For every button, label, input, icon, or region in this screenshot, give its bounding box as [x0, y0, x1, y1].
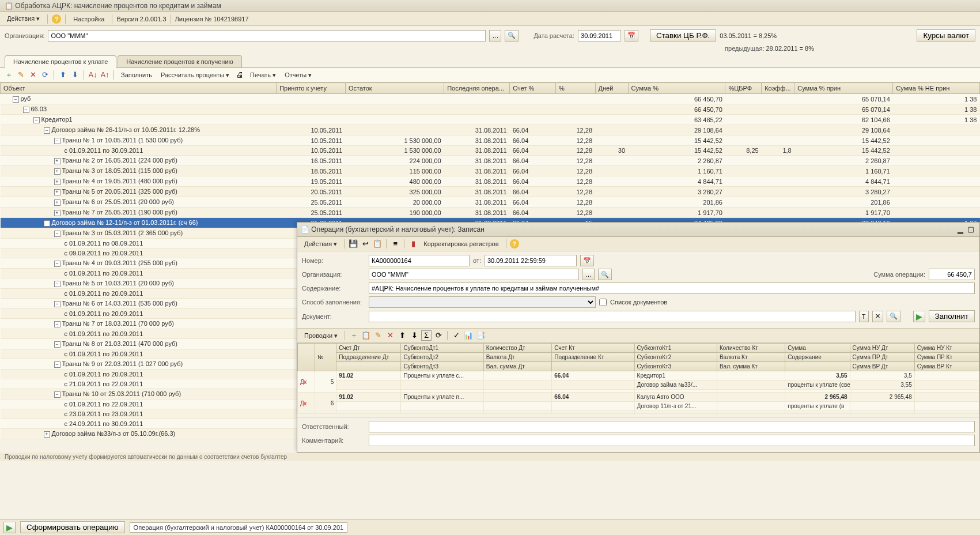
table-row[interactable]: +Транш № 6 от 25.05.2011 (20 000 руб) 25… — [1, 197, 980, 208]
entry-row[interactable]: Дк5 91.02Проценты к уплате с...66.04Кред… — [298, 371, 979, 380]
entry-tool2[interactable]: 📑 — [475, 330, 486, 341]
ov-red-icon[interactable]: ▮ — [408, 239, 418, 249]
col-acct[interactable]: Счет % — [510, 83, 556, 94]
ov-help-icon[interactable]: ? — [510, 239, 519, 248]
doc-search-button[interactable]: 🔍 — [887, 311, 900, 322]
col-object[interactable]: Объект — [1, 83, 277, 94]
maximize-button[interactable]: ▢ — [966, 224, 976, 235]
entry-row[interactable]: Дк6 91.02Проценты к уплате п...66.04Калу… — [298, 393, 979, 402]
tree-toggle[interactable]: − — [54, 138, 60, 144]
col-pct[interactable]: % — [556, 83, 595, 94]
tree-toggle[interactable]: − — [54, 391, 60, 398]
opsum-input[interactable] — [929, 269, 975, 280]
delete-button[interactable]: ✕ — [28, 70, 38, 80]
tree-toggle[interactable]: − — [54, 361, 60, 368]
tree-toggle[interactable]: + — [44, 431, 50, 438]
entry-row[interactable] — [298, 411, 979, 414]
entry-delete[interactable]: ✕ — [385, 330, 395, 341]
col-neprin[interactable]: Сумма % НЕ прин — [893, 83, 980, 94]
entry-add[interactable]: ＋ — [349, 330, 359, 341]
table-row[interactable]: +Транш № 4 от 19.05.2011 (480 000 руб) 1… — [1, 176, 980, 187]
tree-toggle[interactable]: + — [54, 210, 60, 216]
listdocs-checkbox[interactable] — [599, 299, 607, 306]
tree-toggle[interactable]: + — [54, 179, 60, 185]
sort-desc-button[interactable]: A↑ — [100, 70, 110, 80]
table-row[interactable]: −руб 66 450,70 65 070,141 38 — [1, 94, 980, 104]
edit-button[interactable]: ✎ — [16, 70, 26, 80]
table-row[interactable]: −Кредитор1 63 485,22 62 104,661 38 — [1, 115, 980, 125]
print-icon[interactable]: 🖨 — [234, 70, 245, 80]
tree-toggle[interactable]: − — [23, 107, 29, 113]
tree-toggle[interactable]: − — [44, 220, 50, 227]
actions-menu[interactable]: Действия ▾ — [3, 14, 43, 24]
table-row[interactable]: +Транш № 2 от 16.05.2011 (224 000 руб) 1… — [1, 156, 980, 166]
tree-toggle[interactable]: − — [54, 301, 60, 307]
entry-row[interactable]: Договор займа №33/... проценты к уплате … — [298, 380, 979, 390]
col-lastop[interactable]: Последняя опера... — [444, 83, 510, 94]
date-input[interactable] — [578, 30, 621, 42]
table-row[interactable]: +Транш № 7 от 25.05.2011 (190 000 руб) 2… — [1, 208, 980, 218]
ov-org-select[interactable]: … — [582, 269, 595, 280]
tree-toggle[interactable]: − — [54, 341, 60, 348]
col-days[interactable]: Дней — [595, 83, 628, 94]
num-input[interactable] — [369, 255, 470, 266]
settings-menu[interactable]: Настройка — [70, 14, 108, 24]
table-row[interactable]: −Транш № 1 от 10.05.2011 (1 530 000 руб)… — [1, 135, 980, 146]
fill-button[interactable]: Заполнить — [118, 70, 156, 80]
col-cbrf[interactable]: %ЦБРФ — [725, 83, 762, 94]
ov-corr-button[interactable]: Корректировка регистров — [420, 239, 502, 248]
tree-toggle[interactable]: − — [33, 117, 40, 123]
tree-toggle[interactable]: + — [54, 189, 60, 195]
col-sum[interactable]: Сумма % — [628, 83, 725, 94]
entries-grid[interactable]: № Счет ДтСубконтоДт1Количество Дт Счет К… — [297, 343, 979, 414]
from-date-picker[interactable]: 📅 — [580, 255, 594, 266]
move-up-button[interactable]: ⬆ — [58, 70, 68, 80]
tree-toggle[interactable]: − — [13, 96, 19, 103]
reports-menu[interactable]: Отчеты ▾ — [281, 70, 315, 80]
org-input[interactable] — [48, 30, 486, 42]
minimize-button[interactable]: ▁ — [955, 224, 966, 235]
cbrf-rates-button[interactable]: Ставки ЦБ Р.Ф. — [650, 29, 716, 42]
tree-toggle[interactable]: − — [54, 321, 60, 327]
col-coef[interactable]: Коэфф... — [762, 83, 794, 94]
table-row[interactable]: с 01.09.2011 по 30.09.2011 10.05.20111 5… — [1, 146, 980, 156]
entry-edit[interactable]: ✎ — [373, 330, 383, 341]
comm-input[interactable] — [369, 435, 975, 446]
desc-input[interactable] — [369, 282, 975, 294]
entry-up[interactable]: ⬆ — [397, 330, 407, 341]
tree-toggle[interactable]: + — [54, 199, 60, 206]
date-picker-button[interactable]: 📅 — [625, 30, 638, 42]
entry-row[interactable]: Договор 11/п-з от 21... проценты к уплат… — [298, 402, 979, 411]
from-input[interactable] — [485, 255, 577, 266]
ov-org-search[interactable]: 🔍 — [598, 269, 612, 280]
tree-toggle[interactable]: − — [54, 281, 60, 287]
table-row[interactable]: −Договор займа № 26-11/п-з от 10.05.2011… — [1, 125, 980, 135]
ov-save-button[interactable]: 💾 — [348, 239, 358, 249]
fill-select[interactable] — [369, 296, 596, 308]
col-balance[interactable]: Остаток — [345, 83, 444, 94]
tree-toggle[interactable]: + — [54, 168, 60, 175]
print-menu[interactable]: Печать ▾ — [247, 70, 279, 80]
org-clear-button[interactable]: … — [489, 30, 501, 42]
calc-button[interactable]: Рассчитать проценты ▾ — [157, 70, 233, 80]
table-row[interactable]: +Транш № 3 от 18.05.2011 (115 000 руб) 1… — [1, 166, 980, 176]
resp-input[interactable] — [369, 421, 975, 432]
entry-check[interactable]: ✓ — [451, 330, 461, 341]
fill-run-button[interactable]: ▶ — [913, 311, 925, 322]
move-down-button[interactable]: ⬇ — [70, 70, 80, 80]
tab-receivable[interactable]: Начисление процентов к получению — [118, 55, 242, 67]
tree-toggle[interactable]: − — [44, 127, 50, 134]
entry-refresh[interactable]: ⟳ — [433, 330, 444, 341]
table-row[interactable]: +Транш № 5 от 20.05.2011 (325 000 руб) 2… — [1, 187, 980, 197]
entry-sum[interactable]: Σ — [421, 330, 432, 341]
ov-list-button[interactable]: ≡ — [390, 239, 400, 249]
doc-x-button[interactable]: ✕ — [872, 311, 883, 322]
ov-copy-button[interactable]: 📋 — [372, 239, 383, 249]
tree-toggle[interactable]: − — [54, 231, 60, 237]
col-accepted[interactable]: Принято к учету — [277, 83, 346, 94]
tree-toggle[interactable]: − — [54, 261, 60, 267]
fill-text-button[interactable]: Заполнит — [929, 310, 975, 322]
col-prin[interactable]: Сумма % прин — [794, 83, 893, 94]
ov-actions-menu[interactable]: Действия ▾ — [301, 239, 340, 249]
tree-toggle[interactable]: + — [54, 158, 60, 164]
